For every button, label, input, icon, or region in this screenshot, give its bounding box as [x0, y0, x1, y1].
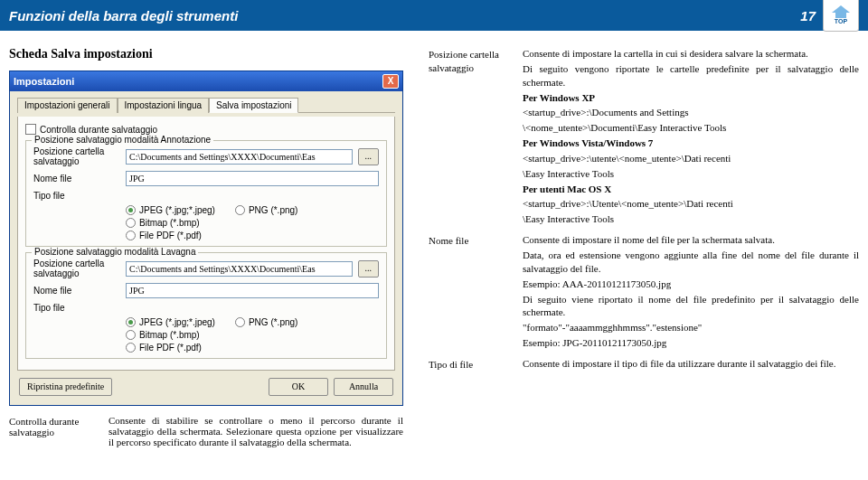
radio-png[interactable]: PNG (*.png) — [235, 317, 297, 327]
ok-button[interactable]: OK — [269, 378, 328, 396]
radio-icon — [126, 317, 136, 327]
radio-icon — [235, 205, 245, 215]
dialog-titlebar: Impostazioni X — [10, 71, 402, 91]
radio-pdf[interactable]: File PDF (*.pdf) — [126, 343, 379, 353]
filename-input[interactable]: JPG — [126, 171, 379, 186]
section-title: Scheda Salva impostazioni — [9, 47, 416, 61]
row-save-folder: Posizione cartella salvataggio C:\Docume… — [33, 259, 379, 278]
dialog-tabs: Impostazioni generali Impostazioni lingu… — [17, 97, 395, 113]
badge-label: TOP — [835, 18, 847, 24]
row-label: Nome file — [33, 174, 120, 184]
desc-row: Controlla durante salvataggio Consente d… — [9, 415, 403, 447]
desc-text: Consente di impostare la cartella in cui… — [523, 47, 859, 228]
row-label: Tipo file — [33, 303, 120, 313]
radio-jpeg[interactable]: JPEG (*.jpg;*.jpeg) — [126, 317, 215, 327]
radio-bmp[interactable]: Bitmap (*.bmp) — [126, 330, 379, 340]
dialog-buttons: Ripristina predefinite OK Annulla — [17, 371, 395, 398]
row-filetype: Tipo file — [33, 303, 379, 313]
save-folder-input[interactable]: C:\Documents and Settings\XXXX\Documenti… — [126, 149, 353, 165]
left-description-table: Controlla durante salvataggio Consente d… — [9, 415, 403, 447]
desc-text: Consente di stabilire se controllare o m… — [108, 415, 403, 447]
dialog-title: Impostazioni — [14, 76, 382, 87]
radio-bmp[interactable]: Bitmap (*.bmp) — [126, 218, 379, 228]
fieldset-legend: Posizione salvataggio modalità Lavagna — [32, 247, 198, 257]
settings-dialog: Impostazioni X Impostazioni generali Imp… — [9, 71, 403, 406]
filename-input[interactable]: JPG — [126, 283, 379, 298]
header-title: Funzioni della barra degli strumenti — [9, 8, 800, 24]
row-filetype: Tipo file — [33, 191, 379, 201]
desc-row-filetype: Tipo di file Consente di impostare il ti… — [429, 357, 859, 372]
save-folder-input[interactable]: C:\Documents and Settings\XXXX\Documenti… — [126, 261, 353, 277]
row-label: Posizione cartella salvataggio — [33, 259, 120, 278]
radio-icon — [126, 330, 136, 340]
radio-jpeg[interactable]: JPEG (*.jpg;*.jpeg) — [126, 205, 215, 215]
fieldset-annotation: Posizione salvataggio modalità Annotazio… — [25, 140, 387, 247]
radio-icon — [126, 205, 136, 215]
fieldset-whiteboard: Posizione salvataggio modalità Lavagna P… — [25, 252, 387, 359]
row-label: Nome file — [33, 286, 120, 296]
tab-general[interactable]: Impostazioni generali — [17, 98, 118, 113]
radio-pdf[interactable]: File PDF (*.pdf) — [126, 231, 379, 240]
close-button[interactable]: X — [382, 74, 399, 89]
radio-icon — [235, 317, 245, 327]
row-filename: Nome file JPG — [33, 171, 379, 186]
desc-text: Consente di impostare il tipo di file da… — [523, 357, 859, 372]
desc-row-filename: Nome file Consente di impostare il nome … — [429, 233, 859, 352]
radio-icon — [126, 231, 136, 240]
desc-text: Consente di impostare il nome del file p… — [523, 233, 859, 352]
row-filename: Nome file JPG — [33, 283, 379, 298]
desc-label: Posizione cartella salvataggio — [429, 47, 523, 228]
page-number: 17 — [800, 8, 816, 24]
desc-label: Tipo di file — [429, 357, 523, 372]
checkbox-icon — [25, 124, 36, 135]
cancel-button[interactable]: Annulla — [334, 378, 393, 396]
browse-button[interactable]: ... — [358, 260, 380, 278]
row-label: Posizione cartella salvataggio — [33, 146, 120, 166]
row-label: Tipo file — [33, 191, 120, 201]
radio-png[interactable]: PNG (*.png) — [235, 205, 297, 215]
desc-row-position: Posizione cartella salvataggio Consente … — [429, 47, 859, 228]
left-column: Scheda Salva impostazioni Impostazioni X… — [9, 47, 416, 447]
browse-button[interactable]: ... — [358, 148, 380, 165]
row-save-folder: Posizione cartella salvataggio C:\Docume… — [33, 146, 379, 166]
desc-label: Controlla durante salvataggio — [9, 415, 108, 447]
filetype-radios: JPEG (*.jpg;*.jpeg) PNG (*.png) Bitmap (… — [33, 317, 379, 353]
check-control-save[interactable]: Controlla durante salvataggio — [25, 124, 387, 135]
house-icon — [832, 5, 850, 18]
radio-icon — [126, 343, 136, 353]
fieldset-legend: Posizione salvataggio modalità Annotazio… — [32, 135, 213, 145]
content-area: Scheda Salva impostazioni Impostazioni X… — [0, 31, 868, 447]
filetype-radios: JPEG (*.jpg;*.jpeg) PNG (*.png) Bitmap (… — [33, 205, 379, 240]
right-column: Posizione cartella salvataggio Consente … — [429, 47, 859, 447]
restore-button[interactable]: Ripristina predefinite — [19, 378, 112, 396]
desc-label: Nome file — [429, 233, 523, 352]
tab-save[interactable]: Salva impostazioni — [209, 98, 298, 113]
page-header: Funzioni della barra degli strumenti 17 … — [0, 0, 868, 31]
radio-icon — [126, 218, 136, 228]
dialog-body: Impostazioni generali Impostazioni lingu… — [10, 91, 402, 405]
tab-pane: Controlla durante salvataggio Posizione … — [17, 117, 395, 371]
checkbox-label: Controlla durante salvataggio — [40, 125, 157, 135]
tab-language[interactable]: Impostazioni lingua — [118, 98, 210, 113]
top-badge[interactable]: TOP — [823, 0, 859, 32]
